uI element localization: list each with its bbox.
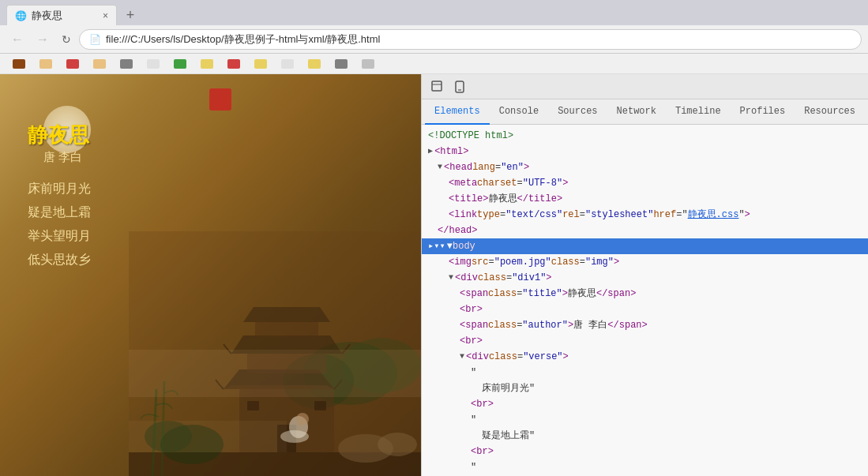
bookmark-11[interactable] [275,56,300,72]
nav-bar: ← → ↻ 📄 file:///C:/Users/ls/Desktop/静夜思例… [0,25,868,54]
code-span-author[interactable]: <span class="author">唐 李白</span> [422,317,868,333]
bookmark-color-8 [201,59,213,69]
code-span-title[interactable]: <span class="title">静夜思</span> [422,286,868,302]
bookmark-color-2 [39,59,52,69]
tab-profiles[interactable]: Profiles [731,99,795,125]
tab-sources[interactable]: Sources [548,99,607,125]
poem-background: 静夜思 唐 李白 床前明月光 疑是地上霜 举头望明月 低头思故乡 [0,74,421,476]
bookmark-color-13 [335,59,348,69]
bookmark-color-5 [120,59,133,69]
code-html-open[interactable]: ▶<html> [422,144,868,159]
devtools-tabs: Elements Console Sources Network Timelin… [422,99,868,125]
code-br-2[interactable]: <br> [422,333,868,349]
code-title[interactable]: <title>静夜思</title> [422,191,868,207]
back-button[interactable]: ← [6,29,28,50]
svg-rect-24 [129,350,421,397]
inspect-element-button[interactable] [428,77,447,96]
bookmark-13[interactable] [329,56,354,72]
bookmark-color-6 [147,59,160,69]
tab-bar: 🌐 静夜思 × + [0,0,868,25]
tab-title: 静夜思 [32,9,62,23]
bookmark-color-10 [254,59,267,69]
tab-network[interactable]: Network [607,99,666,125]
bookmark-color-7 [174,59,186,69]
code-link[interactable]: <link type="text/css" rel="stylesheet" h… [422,207,868,223]
device-mode-button[interactable] [450,77,469,96]
main-content: 静夜思 唐 李白 床前明月光 疑是地上霜 举头望明月 低头思故乡 [0,74,868,476]
code-text-line2[interactable]: 疑是地上霜" [422,428,868,444]
poem-author: 唐 李白 [43,150,82,165]
code-div1-open[interactable]: ▼<div class="div1"> [422,270,868,286]
tab-timeline[interactable]: Timeline [666,99,731,125]
code-text-quote3[interactable]: " [422,459,868,475]
bookmark-color-3 [66,59,79,69]
svg-rect-9 [255,322,318,338]
code-text-quote1[interactable]: " [422,365,868,380]
bookmark-5[interactable] [114,56,139,72]
tab-console[interactable]: Console [490,99,548,125]
bookmark-color-9 [227,59,240,69]
webpage-panel: 静夜思 唐 李白 床前明月光 疑是地上霜 举头望明月 低头思故乡 [0,74,421,476]
bookmark-color-11 [281,59,294,69]
tab-resources[interactable]: Resources [795,99,865,125]
bookmark-8[interactable] [194,56,220,72]
new-tab-button[interactable]: + [120,5,141,25]
svg-point-19 [296,413,309,425]
devtools-toolbar [422,74,868,99]
code-br-v2[interactable]: <br> [422,444,868,459]
browser-chrome: 🌐 静夜思 × + ← → ↻ 📄 file:///C:/Users/ls/De… [0,0,868,74]
bookmark-7[interactable] [167,56,193,72]
svg-rect-13 [314,401,326,410]
bookmark-4[interactable] [87,56,112,72]
bookmark-color-14 [362,59,374,69]
code-br-v1[interactable]: <br> [422,396,868,412]
address-bar[interactable]: 📄 file:///C:/Users/ls/Desktop/静夜思例子-html… [79,29,862,50]
poem-line-3: 举头望明月 [28,224,91,248]
bookmark-1[interactable] [6,56,32,72]
code-meta[interactable]: <meta charset="UTF-8"> [422,175,868,191]
poem-lines: 床前明月光 疑是地上霜 举头望明月 低头思故乡 [28,177,91,272]
code-text-quote2[interactable]: " [422,412,868,428]
code-div-verse-open[interactable]: ▼<div class="verse"> [422,349,868,365]
url-text: file:///C:/Users/ls/Desktop/静夜思例子-html与x… [106,32,380,47]
building-illustration [129,231,421,476]
poem-line-1: 床前明月光 [28,177,91,201]
tab-elements[interactable]: Elements [425,99,490,125]
poem-title: 静夜思 [28,122,89,149]
code-doctype[interactable]: <!DOCTYPE html> [422,128,868,144]
tab-favicon: 🌐 [15,10,27,21]
bookmark-color-4 [93,59,106,69]
bookmark-10[interactable] [248,56,273,72]
svg-marker-10 [243,307,330,322]
refresh-button[interactable]: ↻ [57,30,76,49]
svg-rect-25 [129,421,287,452]
bookmark-14[interactable] [355,56,381,72]
code-head-close[interactable]: </head> [422,223,868,238]
bookmark-color-1 [13,59,25,69]
bookmark-12[interactable] [302,56,327,72]
svg-rect-12 [247,401,259,410]
code-body[interactable]: ▸▾▾ ▼ body [422,238,868,254]
code-br-1[interactable]: <br> [422,302,868,317]
devtools-panel: Elements Console Sources Network Timelin… [421,74,868,476]
red-seal [209,88,231,111]
poem-line-4: 低头思故乡 [28,248,91,272]
svg-rect-26 [432,81,442,91]
poem-line-2: 疑是地上霜 [28,201,91,224]
page-icon: 📄 [89,34,101,45]
bookmark-3[interactable] [60,56,85,72]
code-head-open[interactable]: ▼<head lang="en"> [422,159,868,175]
forward-button[interactable]: → [32,29,54,50]
active-tab[interactable]: 🌐 静夜思 × [6,5,117,25]
bookmarks-bar [0,54,868,74]
bookmark-2[interactable] [33,56,58,72]
svg-rect-28 [456,81,464,92]
bookmark-9[interactable] [221,56,246,72]
bookmark-color-12 [308,59,321,69]
svg-point-21 [378,433,417,456]
devtools-code-view[interactable]: <!DOCTYPE html> ▶<html> ▼<head lang="en"… [422,125,868,476]
code-text-line1[interactable]: 床前明月光" [422,380,868,396]
code-img[interactable]: <img src="poem.jpg" class="img"> [422,254,868,270]
bookmark-6[interactable] [141,56,166,72]
tab-close-button[interactable]: × [103,10,108,21]
